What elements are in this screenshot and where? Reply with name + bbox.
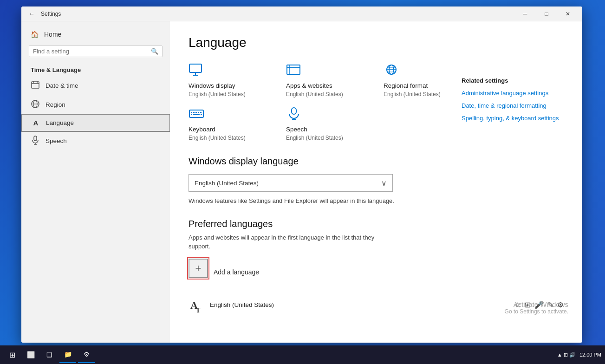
chevron-down-icon: ∨ <box>381 179 387 188</box>
close-button[interactable]: ✕ <box>557 6 579 21</box>
sidebar-category: Time & Language <box>21 61 170 76</box>
language-action-1[interactable]: ☆ <box>514 300 521 309</box>
page-title: Language <box>189 35 564 50</box>
icon-card-regional-format[interactable]: Regional format English (United States) <box>384 63 467 98</box>
main-layout: 🏠 Home 🔍 Time & Language Date & time <box>21 21 582 343</box>
svg-rect-29 <box>201 114 202 115</box>
microphone-icon <box>286 107 370 123</box>
maximize-button[interactable]: □ <box>536 6 557 21</box>
svg-rect-28 <box>193 114 200 115</box>
svg-rect-30 <box>292 108 296 114</box>
keyboard-icon <box>189 107 272 123</box>
svg-rect-24 <box>195 112 197 113</box>
related-link-spelling[interactable]: Spelling, typing, & keyboard settings <box>462 115 564 122</box>
svg-rect-27 <box>191 114 192 115</box>
language-dropdown[interactable]: English (United States) ∨ <box>189 174 393 192</box>
language-entry-icon: A T <box>189 297 205 313</box>
settings-window: ← Settings ─ □ ✕ 🏠 Home 🔍 Time & Languag… <box>21 6 582 343</box>
dropdown-description: Windows features like Settings and File … <box>189 196 397 206</box>
taskbar-search-button[interactable]: ⬜ <box>22 346 39 363</box>
region-icon <box>31 99 40 110</box>
language-icon: A <box>31 119 40 127</box>
language-entry-name: English (United States) <box>210 301 274 308</box>
related-settings-title: Related settings <box>462 77 564 84</box>
search-input[interactable] <box>33 48 151 55</box>
date-time-icon <box>31 80 40 91</box>
keyboard-subtitle: English (United States) <box>189 135 272 141</box>
windows-display-title: Windows display <box>189 82 272 89</box>
taskbar-task-view-button[interactable]: ❏ <box>41 346 58 363</box>
sidebar-item-date-time[interactable]: Date & time <box>21 76 170 95</box>
start-button[interactable]: ⊞ <box>4 346 20 363</box>
monitor-icon <box>189 63 272 79</box>
sidebar-item-home[interactable]: 🏠 Home <box>21 27 170 42</box>
add-language-button[interactable]: + <box>189 259 208 278</box>
language-action-3[interactable]: 🎤 <box>534 300 544 309</box>
taskbar-system-tray: ▲ ⊞ 🔊 12:00 PM <box>557 352 601 358</box>
sidebar-item-speech[interactable]: Speech <box>21 131 170 150</box>
regional-format-title: Regional format <box>384 82 467 89</box>
taskbar-file-explorer-button[interactable]: 📁 <box>59 346 76 363</box>
svg-rect-0 <box>32 82 39 88</box>
related-link-admin[interactable]: Administrative language settings <box>462 90 564 97</box>
language-action-5[interactable]: ⚙ <box>557 300 564 309</box>
icon-card-apps-websites[interactable]: Apps & websites English (United States) <box>286 63 370 98</box>
dropdown-value: English (United States) <box>195 180 259 187</box>
home-label: Home <box>44 31 61 38</box>
taskbar-time: ▲ ⊞ 🔊 <box>557 352 576 358</box>
region-label: Region <box>46 101 65 108</box>
back-button[interactable]: ← <box>25 7 38 20</box>
icon-card-speech[interactable]: Speech English (United States) <box>286 107 370 141</box>
language-action-4[interactable]: ✎ <box>547 300 553 309</box>
add-language-row: + Add a language <box>189 259 564 286</box>
titlebar: ← Settings ─ □ ✕ <box>21 6 582 21</box>
svg-rect-22 <box>191 112 192 113</box>
speech-label: Speech <box>46 137 67 144</box>
apps-websites-subtitle: English (United States) <box>286 91 370 98</box>
window-icon <box>286 63 370 79</box>
home-icon: 🏠 <box>31 31 39 38</box>
taskbar-clock: 12:00 PM <box>579 352 601 358</box>
svg-rect-7 <box>34 136 37 141</box>
minimize-button[interactable]: ─ <box>514 6 536 21</box>
preferred-description: Apps and websites will appear in the fir… <box>189 233 397 251</box>
windows-display-subtitle: English (United States) <box>189 91 272 98</box>
taskbar: ⊞ ⬜ ❏ 📁 ⚙ ▲ ⊞ 🔊 12:00 PM <box>0 345 605 364</box>
window-title: Settings <box>41 11 61 17</box>
date-time-label: Date & time <box>46 82 78 89</box>
svg-rect-21 <box>189 110 203 117</box>
regional-format-subtitle: English (United States) <box>384 91 467 98</box>
content-area: Language Windows display English (United… <box>170 21 582 343</box>
svg-rect-10 <box>189 64 202 72</box>
window-controls: ─ □ ✕ <box>514 6 579 21</box>
icon-card-keyboard[interactable]: Keyboard English (United States) <box>189 107 272 141</box>
keyboard-title: Keyboard <box>189 126 272 133</box>
windows-display-language-heading: Windows display language <box>189 156 564 167</box>
svg-text:T: T <box>196 307 201 313</box>
search-box[interactable]: 🔍 <box>29 46 163 57</box>
preferred-languages-heading: Preferred languages <box>189 219 564 229</box>
related-settings: Related settings Administrative language… <box>462 77 564 127</box>
globe-icon <box>384 63 467 79</box>
speech-icon <box>31 136 40 146</box>
svg-rect-13 <box>287 65 300 74</box>
icon-card-windows-display[interactable]: Windows display English (United States) <box>189 63 272 98</box>
language-action-2[interactable]: ⊞ <box>525 300 531 309</box>
search-icon: 🔍 <box>151 48 158 55</box>
svg-rect-23 <box>193 112 195 113</box>
svg-rect-26 <box>200 112 202 113</box>
speech-card-title: Speech <box>286 126 370 133</box>
language-actions: ☆ ⊞ 🎤 ✎ ⚙ <box>514 300 564 309</box>
sidebar-item-region[interactable]: Region <box>21 95 170 114</box>
related-link-datetime[interactable]: Date, time & regional formatting <box>462 102 564 109</box>
sidebar: 🏠 Home 🔍 Time & Language Date & time <box>21 21 170 343</box>
taskbar-settings-button[interactable]: ⚙ <box>78 346 95 363</box>
apps-websites-title: Apps & websites <box>286 82 370 89</box>
svg-rect-25 <box>198 112 199 113</box>
sidebar-item-language[interactable]: A Language <box>21 114 170 131</box>
speech-card-subtitle: English (United States) <box>286 135 370 141</box>
add-language-label: Add a language <box>214 268 259 276</box>
language-label: Language <box>46 119 74 126</box>
language-entry: A T English (United States) ☆ ⊞ 🎤 ✎ ⚙ <box>189 293 564 317</box>
